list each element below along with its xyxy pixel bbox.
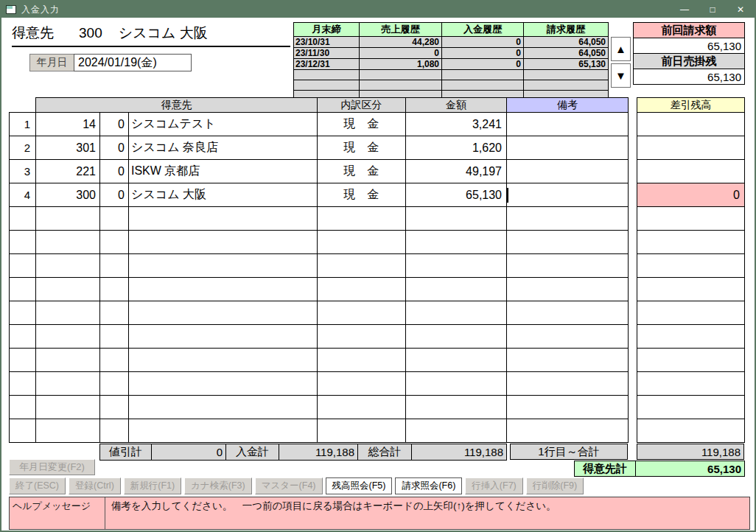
grid-cell-amount[interactable] — [406, 231, 507, 254]
grid-cell-code[interactable] — [36, 207, 100, 231]
grid-cell-breakdown[interactable]: 現 金 — [318, 183, 406, 207]
grid-cell-code[interactable] — [36, 419, 100, 443]
grid-cell-amount[interactable] — [406, 396, 507, 419]
grid-cell-amount[interactable]: 1,620 — [406, 136, 507, 160]
grid-cell-subcode[interactable]: 0 — [100, 183, 129, 207]
grid-cell-breakdown[interactable] — [318, 349, 406, 372]
grid-cell-note[interactable] — [507, 278, 629, 301]
grid-cell-breakdown[interactable]: 現 金 — [318, 136, 406, 160]
grid-cell-code[interactable] — [36, 349, 100, 372]
grid-cell-breakdown[interactable] — [318, 372, 406, 396]
grid-cell-note[interactable] — [507, 325, 629, 349]
grid-cell-amount[interactable]: 49,197 — [406, 160, 507, 183]
grid-cell-subcode[interactable] — [100, 396, 129, 419]
grid-cell-subcode[interactable] — [100, 278, 129, 301]
register-button[interactable]: 登録(Ctrl) — [69, 477, 121, 494]
grid-cell-name[interactable] — [129, 419, 318, 443]
grid-cell-note[interactable] — [507, 113, 629, 136]
insert-row-button[interactable]: 行挿入(F7) — [465, 477, 522, 494]
master-button[interactable]: マスター(F4) — [255, 477, 323, 494]
date-change-button[interactable]: 年月日変更(F2) — [9, 459, 95, 475]
grid-cell-note[interactable] — [507, 136, 629, 160]
grid-cell-code[interactable] — [36, 325, 100, 349]
kana-search-button[interactable]: カナ検索(F3) — [184, 477, 252, 494]
grid-cell-note[interactable] — [507, 183, 629, 207]
grid-cell-name[interactable]: シスコム 奈良店 — [129, 136, 318, 160]
balance-inquiry-button[interactable]: 残高照会(F5) — [326, 477, 393, 494]
grid-cell-note[interactable] — [507, 396, 629, 419]
grid-cell-breakdown[interactable] — [318, 254, 406, 278]
grid-cell-note[interactable] — [507, 231, 629, 254]
grid-cell-code[interactable]: 301 — [36, 136, 100, 160]
grid-cell-note[interactable] — [507, 254, 629, 278]
new-row-button[interactable]: 新規行(F1) — [124, 477, 181, 494]
grid-cell-subcode[interactable] — [100, 325, 129, 349]
grid-cell-subcode[interactable] — [100, 231, 129, 254]
grid-cell-subcode[interactable]: 0 — [100, 160, 129, 183]
grid-cell-name[interactable]: シスコムテスト — [129, 113, 318, 136]
grid-cell-code[interactable] — [36, 301, 100, 325]
grid-cell-note[interactable] — [507, 207, 629, 231]
close-button[interactable]: ✕ — [727, 1, 755, 18]
grid-cell-code[interactable] — [36, 254, 100, 278]
grid-cell-name[interactable] — [129, 349, 318, 372]
grid-cell-breakdown[interactable]: 現 金 — [318, 113, 406, 136]
grid-cell-amount[interactable]: 65,130 — [406, 183, 507, 207]
grid-cell-code[interactable] — [36, 278, 100, 301]
grid-cell-breakdown[interactable] — [318, 325, 406, 349]
grid-cell-breakdown[interactable] — [318, 231, 406, 254]
grid-cell-name[interactable] — [129, 372, 318, 396]
grid-cell-subcode[interactable] — [100, 419, 129, 443]
grid-cell-subcode[interactable] — [100, 301, 129, 325]
grid-cell-name[interactable]: シスコム 大阪 — [129, 183, 318, 207]
grid-cell-name[interactable]: ISKW 京都店 — [129, 160, 318, 183]
grid-cell-amount[interactable] — [406, 419, 507, 443]
exit-button[interactable]: 終了(ESC) — [9, 477, 66, 494]
grid-cell-subcode[interactable] — [100, 254, 129, 278]
minimize-button[interactable]: — — [671, 1, 699, 18]
grid-cell-code[interactable] — [36, 396, 100, 419]
grid-cell-name[interactable] — [129, 254, 318, 278]
grid-cell-note[interactable] — [507, 419, 629, 443]
grid-cell-subcode[interactable] — [100, 207, 129, 231]
grid-cell-code[interactable]: 300 — [36, 183, 100, 207]
grid-cell-breakdown[interactable] — [318, 207, 406, 231]
grid-cell-amount[interactable]: 3,241 — [406, 113, 507, 136]
grid-cell-name[interactable] — [129, 231, 318, 254]
grid-cell-note[interactable] — [507, 301, 629, 325]
grid-cell-code[interactable]: 14 — [36, 113, 100, 136]
grid-cell-code[interactable] — [36, 231, 100, 254]
grid-cell-name[interactable] — [129, 207, 318, 231]
grid-cell-subcode[interactable] — [100, 372, 129, 396]
grid-cell-note[interactable] — [507, 160, 629, 183]
delete-row-button[interactable]: 行削除(F9) — [526, 477, 584, 494]
grid-cell-subcode[interactable]: 0 — [100, 113, 129, 136]
grid-cell-code[interactable]: 221 — [36, 160, 100, 183]
grid-cell-amount[interactable] — [406, 349, 507, 372]
grid-cell-amount[interactable] — [406, 254, 507, 278]
grid-cell-name[interactable] — [129, 396, 318, 419]
billing-inquiry-button[interactable]: 請求照会(F6) — [395, 477, 462, 494]
date-field[interactable]: 2024/01/19(金) — [74, 54, 192, 71]
grid-cell-amount[interactable] — [406, 325, 507, 349]
grid-cell-amount[interactable] — [406, 372, 507, 396]
grid-cell-code[interactable] — [36, 372, 100, 396]
grid-cell-subcode[interactable]: 0 — [100, 136, 129, 160]
grid-cell-breakdown[interactable] — [318, 301, 406, 325]
grid-cell-note[interactable] — [507, 372, 629, 396]
maximize-button[interactable]: □ — [699, 1, 727, 18]
grid-cell-amount[interactable] — [406, 278, 507, 301]
grid-cell-breakdown[interactable]: 現 金 — [318, 160, 406, 183]
grid-cell-subcode[interactable] — [100, 349, 129, 372]
grid-cell-name[interactable] — [129, 325, 318, 349]
scroll-up-button[interactable]: ▲ — [611, 37, 631, 61]
grid-cell-amount[interactable] — [406, 207, 507, 231]
grid-cell-breakdown[interactable] — [318, 419, 406, 443]
grid-cell-breakdown[interactable] — [318, 278, 406, 301]
scroll-down-button[interactable]: ▼ — [611, 63, 631, 88]
grid-cell-name[interactable] — [129, 278, 318, 301]
grid-cell-breakdown[interactable] — [318, 396, 406, 419]
grid-cell-name[interactable] — [129, 301, 318, 325]
grid-cell-note[interactable] — [507, 349, 629, 372]
grid-cell-amount[interactable] — [406, 301, 507, 325]
